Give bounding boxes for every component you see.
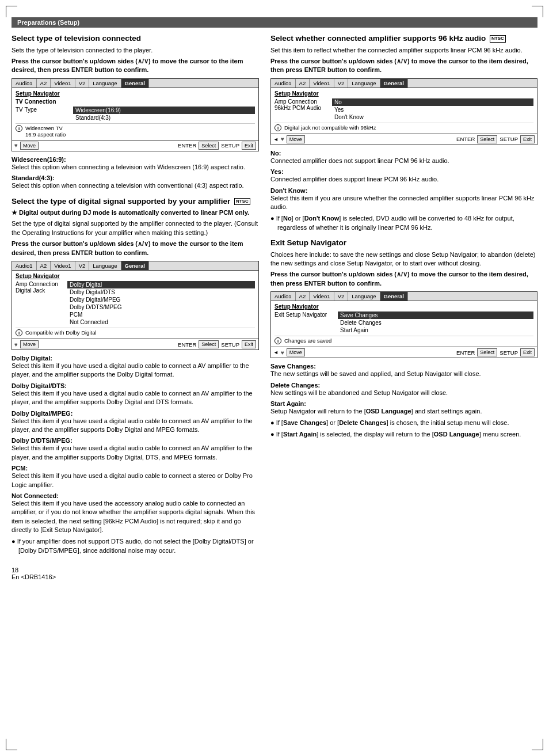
ctrl-enter-2: ENTER [178,341,196,348]
heart-icon: ♥ [14,142,18,149]
tab3-audio1: Audio1 [271,79,296,88]
exit-info-text: Changes are saved [284,337,331,344]
term-delete-title: Delete Changes: [270,382,320,389]
tab4-language: Language [348,292,380,301]
star-note: ★ Digital output during DJ mode is autom… [12,208,259,217]
section3-intro: Set this item to reflect whether the con… [270,46,537,55]
term-mpeg-desc: Select this item if you have used a digi… [12,417,253,433]
ui-setup-navigator-label: Setup Navigator [16,90,255,97]
term-no: No: Connected amplifier does not support… [270,150,537,165]
section3-title: Select whether connected amplifier suppo… [270,33,537,44]
term-pcm-title: PCM: [12,465,28,472]
corner-mark-br [532,739,543,750]
opt-yes: Yes [332,106,533,113]
page-footer: 18 En <DRB1416> [12,567,537,580]
tv-type-options: Widescreen(16:9) Standard(4:3) [73,107,255,121]
heart-icon-3: ♥ [281,136,284,142]
tab-video1: Video1 [51,79,75,88]
section-tv-connection: Select type of television connected Sets… [12,33,259,191]
tab2-language: Language [89,261,121,270]
section3-instruction: Press the cursor button's up/down sides … [270,57,537,75]
section1-instruction: Press the cursor button's up/down sides … [12,57,259,75]
ntsc-badge-3: NTSC [490,35,506,42]
tv-info-text: Widescreen TV16:9 aspect ratio [25,125,66,138]
digital-options: Dolby Digital Dolby Digital/DTS Dolby Di… [67,281,255,326]
term-dk-title: Don't Know: [270,187,307,194]
opt-dolby-dts-mpeg: Dolby D/DTS/MPEG [67,303,255,311]
ctrl-exit: Exit [242,142,256,150]
amp-connection-row: Amp Connection Digital Jack Dolby Digita… [16,281,255,326]
ui-body-tv: Setup Navigator TV Connection TV Type Wi… [12,88,258,140]
bullet-start-again: ● If [Start Again] is selected, the disp… [270,430,537,439]
ctrl-setup-3: SETUP [500,136,518,142]
ctrl-select-4: Select [477,348,497,356]
term-dolby-dts-mpeg: Dolby D/DTS/MPEG: Select this item if yo… [12,437,259,462]
info-icon: i [16,125,22,132]
tv-ui-info: i Widescreen TV16:9 aspect ratio [16,123,255,138]
tab2-general: General [121,261,149,270]
term-widescreen-title: Widescreen(16:9): [12,156,66,163]
ctrl-setup-4: SETUP [500,349,518,356]
ctrl-setup-label: SETUP [221,142,239,149]
bullet-dts-warning: ● If your amplifier does not support DTS… [12,537,259,555]
amp-conn-label-3: Amp Connection [274,98,332,105]
tab3-language: Language [348,79,380,88]
digital-info-text: Compatible with Dolby Digital [25,329,97,336]
opt-pcm: PCM [67,311,255,318]
section1-title: Select type of television connected [12,33,259,44]
opt-no: No [332,98,533,106]
term-pcm: PCM: Select this item if you have used a… [12,465,259,489]
ui-tabs-exit: Audio1 A2 Video1 V2 Language General [271,292,537,301]
option-standard: Standard(4:3) [73,114,255,121]
section4-intro: Choices here include: to save the new se… [270,250,537,268]
info-icon-3: i [274,124,281,131]
term-widescreen: Widescreen(16:9): Select this option whe… [12,156,259,172]
96khz-options: No Yes Don't Know [332,98,533,121]
ui-body-96khz: Setup Navigator Amp Connection 96kHz PCM… [271,88,537,134]
digital-jack-label: Digital Jack [16,287,67,294]
96khz-info-text: Digital jack not compatible with 96kHz [284,124,376,131]
page-number: 18 [12,567,18,573]
term-dts-mpeg-title: Dolby D/DTS/MPEG: [12,437,73,444]
tv-type-row: TV Type Widescreen(16:9) Standard(4:3) [16,107,255,121]
tab3-video1: Video1 [310,79,334,88]
opt-dolby-mpeg: Dolby Digital/MPEG [67,296,255,303]
section2-intro: Set the type of digital signal supported… [12,219,259,237]
term-pcm-desc: Select this item if you have used a digi… [12,472,253,488]
term-start-desc: Setup Navigator will return to the [OSD … [270,408,482,415]
section2-title: Select the type of digital signal suppor… [12,196,259,207]
term-dts-title: Dolby Digital/DTS: [12,382,67,389]
ctrl-exit-4: Exit [520,348,535,356]
term-dolby-dts: Dolby Digital/DTS: Select this item if y… [12,382,259,407]
term-save-title: Save Changes: [270,363,316,370]
term-widescreen-desc: Select this option when connecting a tel… [12,164,245,170]
term-start-title: Start Again: [270,400,306,407]
ctrl-select-2: Select [199,340,219,348]
ui-screen-exit: Audio1 A2 Video1 V2 Language General Set… [270,291,537,358]
corner-mark-tr [532,6,543,17]
info-icon-2: i [16,329,22,336]
term-yes: Yes: Connected amplifier does support li… [270,168,537,184]
ui-screen-96khz: Audio1 A2 Video1 V2 Language General Set… [270,78,537,145]
left-column: Select type of television connected Sets… [12,33,259,561]
ui-setup-label3: Setup Navigator [274,90,533,97]
tab2-audio1: Audio1 [12,261,37,270]
tab4-audio1: Audio1 [271,292,296,301]
96khz-ui-info: i Digital jack not compatible with 96kHz [274,123,533,131]
exit-ui-info: i Changes are saved [274,336,533,344]
96khz-audio-label: 96kHz PCM Audio [274,105,332,111]
term-dd-title: Dolby Digital: [12,355,52,362]
tab-audio1: Audio1 [12,79,37,88]
ui-screen-tv: Audio1 A2 Video1 V2 Language General Set… [12,78,259,151]
header-title: Preparations (Setup) [17,19,79,26]
term-nc-title: Not Connected: [12,492,59,499]
term-start-again: Start Again: Setup Navigator will return… [270,400,537,416]
opt-start-again: Start Again [338,326,533,334]
exit-label: Exit Setup Navigator [274,311,338,334]
corner-mark-tl [6,6,17,17]
term-save-desc: The new settings will be saved and appli… [270,370,481,377]
term-no-title: No: [270,150,281,157]
opt-dolby-dts: Dolby Digital/DTS [67,288,255,296]
section4-instruction: Press the cursor button's up/down sides … [270,270,537,288]
bullet-save-delete: ● If [Save Changes] or [Delete Changes] … [270,419,537,427]
